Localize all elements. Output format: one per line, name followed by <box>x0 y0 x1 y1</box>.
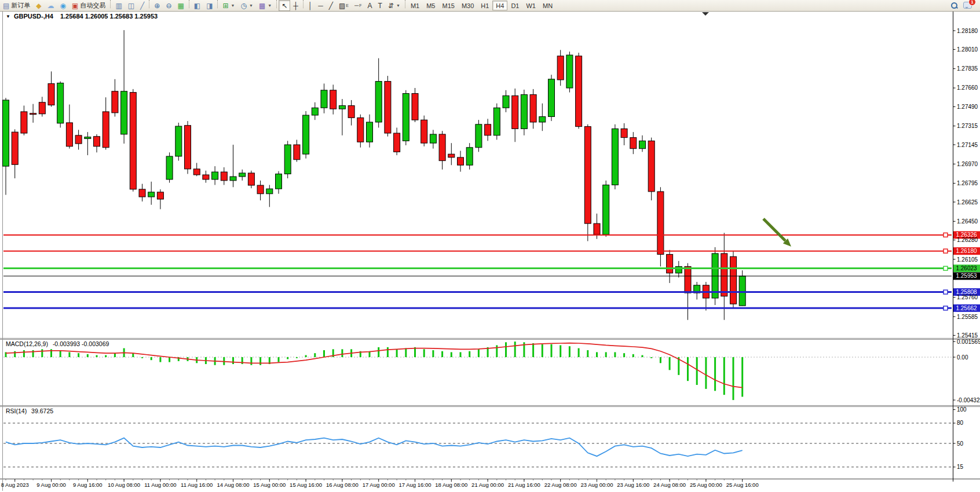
chart-collapse-icon[interactable]: ▼ <box>6 14 10 19</box>
community-icon-icon: ☁ <box>47 2 54 9</box>
text-label-button[interactable]: T <box>375 0 385 11</box>
icon-sub-label: E <box>346 3 349 8</box>
horizontal-line-icon: ─ <box>318 2 323 9</box>
profile-icon-icon: ◆ <box>36 2 41 9</box>
hline-handle <box>944 249 948 253</box>
time-axis-label: 21 Aug 16:00 <box>508 482 540 488</box>
fibonacci-button[interactable]: ┄F <box>352 0 365 11</box>
notifications-button[interactable]: 1 <box>963 2 972 10</box>
toolbar-separator <box>189 0 189 8</box>
candle-body <box>66 123 72 146</box>
auto-trading-button[interactable]: ▣自动交易 <box>69 0 108 11</box>
community-icon[interactable]: ☁ <box>45 0 57 11</box>
timeframe-m15[interactable]: M15 <box>438 1 458 10</box>
candle-body <box>576 56 582 127</box>
search-icon[interactable] <box>951 2 957 9</box>
templates-button[interactable]: ▩▼ <box>256 0 275 11</box>
candlestick-mode-button[interactable]: ◫ <box>125 0 137 11</box>
new-order-button[interactable]: ▤新订单 <box>0 0 33 11</box>
rsi-panel: 100805015 <box>3 406 967 470</box>
time-axis-label: 8 Aug 2023 <box>1 482 29 488</box>
chart-title-symbol: GBPUSD-,H4 <box>14 13 54 20</box>
bar-chart-mode-icon: ▥ <box>115 2 122 9</box>
time-axis[interactable]: 8 Aug 20239 Aug 00:009 Aug 16:0010 Aug 0… <box>1 479 759 488</box>
cursor-button[interactable]: ↖ <box>279 0 290 11</box>
line-chart-mode-button[interactable]: ╱ <box>137 0 147 11</box>
price-tick-label: 1.26795 <box>957 180 978 186</box>
signals-icon[interactable]: ◉ <box>57 0 69 11</box>
time-axis-label: 11 Aug 00:00 <box>144 482 176 488</box>
timeframe-h4[interactable]: H4 <box>492 1 507 10</box>
candle-body <box>357 118 364 142</box>
price-badge-label: 1.26023 <box>956 265 977 271</box>
candle-body <box>612 128 618 185</box>
candle-body <box>294 145 300 160</box>
svg-text:RSI(14) 39.6725: RSI(14) 39.6725 <box>6 407 53 414</box>
candle-body <box>421 120 427 143</box>
profile-icon[interactable]: ◆ <box>33 0 44 11</box>
candle-body <box>257 185 264 194</box>
hline-handle <box>944 233 948 237</box>
trendline-button[interactable]: ╱ <box>326 0 336 11</box>
indicators-window-icon: ◧ <box>194 2 200 9</box>
indicators-window-button[interactable]: ◧ <box>191 0 203 11</box>
price-tick-label: 1.25760 <box>957 294 978 300</box>
bar-chart-mode-button[interactable]: ▥ <box>112 0 125 11</box>
add-indicator-button[interactable]: ⊞▼ <box>220 0 237 11</box>
timeframe-m5[interactable]: M5 <box>423 1 438 10</box>
candle-body <box>193 169 200 175</box>
auto-trading-button-label: 自动交易 <box>80 1 105 10</box>
vertical-line-button[interactable]: │ <box>305 0 316 11</box>
toolbar-separator <box>276 0 277 8</box>
candle-body <box>312 108 318 115</box>
periods-clock-button[interactable]: ◷▼ <box>237 0 255 11</box>
candle-body <box>239 173 246 177</box>
candle-body <box>503 96 509 108</box>
price-tick-label: 1.26450 <box>957 218 978 225</box>
tile-windows-button[interactable]: ▦ <box>174 0 187 11</box>
text-button[interactable]: A <box>365 0 375 11</box>
chart-shift-marker <box>702 12 709 16</box>
candle-body <box>667 254 673 273</box>
toolbar-separator <box>303 0 303 8</box>
candle-body <box>675 266 682 273</box>
timeframe-m1[interactable]: M1 <box>407 1 423 10</box>
zoom-out-icon: ⊖ <box>166 2 171 9</box>
indicator-subwindow-button[interactable]: ◨ <box>203 0 215 11</box>
horizontal-line-objects[interactable]: 1.263261.261801.260231.259531.258081.256… <box>3 231 980 311</box>
timeframe-m30[interactable]: M30 <box>458 1 477 10</box>
time-axis-label: 22 Aug 08:00 <box>544 482 577 488</box>
time-axis-label: 21 Aug 00:00 <box>471 482 504 488</box>
chevron-down-icon: ▼ <box>249 3 253 8</box>
auto-trading-icon: ▣ <box>72 2 78 9</box>
candle-body <box>639 141 646 148</box>
zoom-out-button[interactable]: ⊖ <box>163 0 174 11</box>
candle-body <box>448 154 455 157</box>
equidistant-channel-button[interactable]: ▨E <box>336 0 352 11</box>
notification-badge: 1 <box>968 0 976 6</box>
time-axis-label: 23 Aug 16:00 <box>617 482 649 488</box>
candle-body <box>12 132 18 164</box>
candle-body <box>185 126 191 169</box>
candle-body <box>130 93 136 189</box>
chevron-down-icon: ▼ <box>268 3 272 8</box>
horizontal-line-button[interactable]: ─ <box>315 0 326 11</box>
rsi-line <box>6 438 743 457</box>
toolbar-buttons: ▤新订单◆☁◉▣自动交易▥◫╱⊕⊖▦◧◨⊞▼◷▼▩▼↖┼│─╱▨E┄FAT⇵▼ <box>0 0 407 11</box>
arrow-annotation[interactable] <box>763 219 791 247</box>
candle-body <box>566 55 573 88</box>
candle-body <box>493 108 500 135</box>
timeframe-mn[interactable]: MN <box>539 1 556 10</box>
timeframe-h1[interactable]: H1 <box>477 1 492 10</box>
time-axis-label: 15 Aug 00:00 <box>253 482 286 488</box>
timeframe-w1[interactable]: W1 <box>522 1 539 10</box>
crosshair-button[interactable]: ┼ <box>290 0 301 11</box>
arrows-button[interactable]: ⇵▼ <box>385 0 403 11</box>
candle-body <box>439 134 445 161</box>
candle-body <box>403 94 409 141</box>
trendline-icon: ╱ <box>329 2 333 9</box>
chart-canvas[interactable]: 1.263261.261801.260231.259531.258081.256… <box>0 11 980 492</box>
zoom-in-button[interactable]: ⊕ <box>151 0 163 11</box>
timeframe-d1[interactable]: D1 <box>507 1 522 10</box>
time-axis-label: 11 Aug 16:00 <box>181 482 213 488</box>
